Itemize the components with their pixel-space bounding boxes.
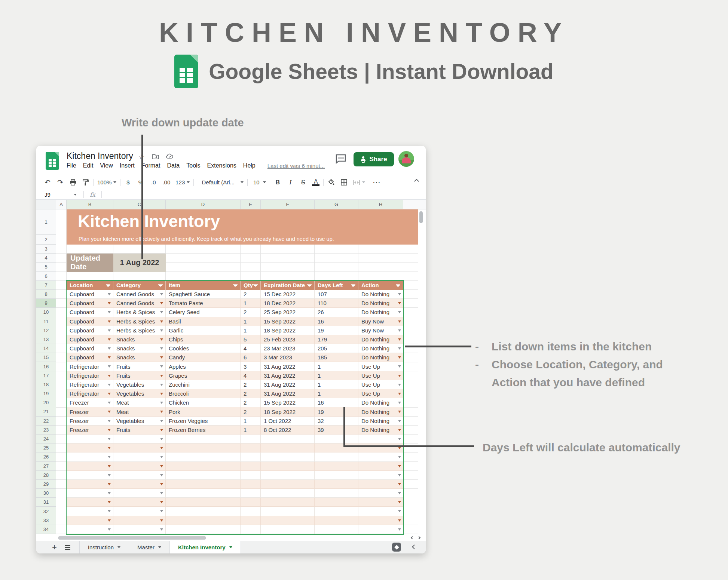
dropdown-arrow-icon[interactable] (398, 293, 401, 295)
last-edit-link[interactable]: Last edit was 6 minut... (267, 163, 325, 169)
cell[interactable]: Cupboard (67, 326, 113, 335)
dropdown-arrow-icon[interactable] (160, 375, 163, 377)
row-header-28[interactable]: 28 (36, 471, 56, 480)
cell-empty[interactable] (315, 489, 358, 498)
dropdown-arrow-icon[interactable] (398, 302, 401, 304)
cell-empty[interactable] (358, 452, 403, 461)
cell[interactable]: 19 (315, 326, 358, 335)
cell[interactable]: 25 Sep 2022 (261, 308, 315, 317)
cell-empty[interactable] (261, 452, 315, 461)
cell[interactable]: Use Up (358, 389, 403, 398)
cell[interactable]: 1 Oct 2022 (261, 417, 315, 426)
cell-empty[interactable] (113, 462, 166, 471)
cell-empty[interactable] (113, 480, 166, 489)
dropdown-arrow-icon[interactable] (160, 293, 163, 295)
cell-empty[interactable] (166, 444, 241, 452)
cell[interactable]: 1 (315, 362, 358, 371)
cell-empty[interactable] (241, 462, 261, 471)
dropdown-arrow-icon[interactable] (398, 492, 401, 494)
cell-empty[interactable] (261, 435, 315, 444)
cell-empty[interactable] (166, 507, 241, 516)
cell-empty[interactable] (166, 525, 241, 534)
cell[interactable]: 18 Dec 2022 (261, 299, 315, 308)
dropdown-arrow-icon[interactable] (160, 510, 163, 512)
cell-empty[interactable] (241, 507, 261, 516)
cell[interactable]: 110 (315, 299, 358, 308)
dropdown-arrow-icon[interactable] (398, 411, 401, 413)
row-header-21[interactable]: 21 (36, 407, 56, 416)
column-header-A[interactable]: A (56, 200, 67, 209)
cell-empty[interactable] (358, 462, 403, 471)
cell-empty[interactable] (113, 444, 166, 452)
dropdown-arrow-icon[interactable] (108, 492, 111, 494)
cell[interactable]: Canned Goods (113, 299, 166, 308)
more-tools-button[interactable]: ··· (373, 179, 381, 185)
dropdown-arrow-icon[interactable] (160, 492, 163, 494)
cell-empty[interactable] (315, 516, 358, 525)
explore-button[interactable] (392, 543, 401, 552)
column-header-B[interactable]: B (67, 200, 113, 209)
cell-empty[interactable] (166, 471, 241, 480)
row-header-8[interactable]: 8 (36, 290, 56, 299)
row-header-30[interactable]: 30 (36, 489, 56, 498)
dropdown-arrow-icon[interactable] (398, 365, 401, 368)
cell-empty[interactable] (241, 480, 261, 489)
filter-icon[interactable] (158, 284, 163, 287)
dropdown-arrow-icon[interactable] (108, 501, 111, 503)
cell-empty[interactable] (67, 480, 113, 489)
dropdown-arrow-icon[interactable] (108, 338, 111, 341)
row-header-25[interactable]: 25 (36, 444, 56, 452)
cell[interactable]: Herbs & Spices (113, 317, 166, 326)
row-header-10[interactable]: 10 (36, 308, 56, 317)
row-header-34[interactable]: 34 (36, 525, 56, 534)
filter-icon[interactable] (253, 284, 258, 287)
cell[interactable]: 31 Aug 2022 (261, 389, 315, 398)
format-percent-button[interactable]: % (137, 179, 144, 185)
sheets-logo-icon[interactable] (46, 152, 59, 170)
dropdown-arrow-icon[interactable] (160, 311, 163, 313)
cell[interactable]: 16 (315, 317, 358, 326)
dropdown-arrow-icon[interactable] (160, 519, 163, 522)
dropdown-arrow-icon[interactable] (108, 365, 111, 368)
italic-button[interactable]: I (287, 179, 294, 186)
scroll-right-icon[interactable] (417, 536, 420, 539)
dropdown-arrow-icon[interactable] (108, 420, 111, 422)
cell[interactable]: Cupboard (67, 308, 113, 317)
row-header-6[interactable]: 6 (36, 272, 56, 281)
cell[interactable]: Refrigerator (67, 362, 113, 371)
text-color-button[interactable]: A (312, 179, 319, 186)
dropdown-arrow-icon[interactable] (160, 429, 163, 431)
cell-empty[interactable] (315, 480, 358, 489)
cell-empty[interactable] (166, 489, 241, 498)
cell[interactable]: Cupboard (67, 335, 113, 344)
cell[interactable]: Grapes (166, 371, 241, 380)
row-header-24[interactable]: 24 (36, 435, 56, 444)
dropdown-arrow-icon[interactable] (398, 347, 401, 350)
cell-empty[interactable] (166, 435, 241, 444)
row-header-26[interactable]: 26 (36, 452, 56, 461)
cell[interactable]: Frozen Berries (166, 426, 241, 435)
dropdown-arrow-icon[interactable] (160, 356, 163, 359)
cell[interactable]: Cupboard (67, 317, 113, 326)
cell[interactable]: 1 (315, 371, 358, 380)
comment-icon[interactable] (336, 154, 346, 164)
cell[interactable]: Freezer (67, 407, 113, 416)
row-header-2[interactable]: 2 (36, 235, 56, 245)
cell[interactable]: Herbs & Spices (113, 308, 166, 317)
cell[interactable]: 26 (315, 308, 358, 317)
cell[interactable]: Do Nothing (358, 299, 403, 308)
dropdown-arrow-icon[interactable] (398, 447, 401, 449)
dropdown-arrow-icon[interactable] (160, 528, 163, 531)
dropdown-arrow-icon[interactable] (398, 384, 401, 386)
cells-pane[interactable]: Kitchen Inventory Plan your kitchen more… (56, 209, 426, 535)
cell[interactable]: Snacks (113, 344, 166, 353)
dropdown-arrow-icon[interactable] (398, 438, 401, 440)
cell-empty[interactable] (261, 525, 315, 534)
dropdown-arrow-icon[interactable] (160, 347, 163, 350)
cell-empty[interactable] (67, 489, 113, 498)
column-header-G[interactable]: G (315, 200, 358, 209)
cell-empty[interactable] (67, 444, 113, 452)
dropdown-arrow-icon[interactable] (108, 311, 111, 313)
column-header-C[interactable]: C (113, 200, 166, 209)
dropdown-arrow-icon[interactable] (108, 302, 111, 304)
